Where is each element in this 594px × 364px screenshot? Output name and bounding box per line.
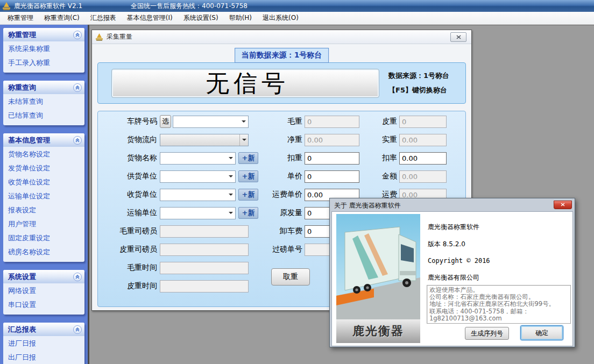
- menu-item-weigh-query[interactable]: 称重查询(C): [39, 11, 85, 25]
- chevron-down-icon[interactable]: [239, 116, 248, 127]
- ok-button[interactable]: 确定: [520, 325, 563, 340]
- form-row-net-weight: 净重: [257, 133, 364, 146]
- menu-item-basic-info[interactable]: 基本信息管理(I): [122, 11, 178, 25]
- sidebar-item-serial-setting[interactable]: 串口设置: [3, 298, 84, 312]
- collapse-chevron-icon[interactable]: [73, 325, 82, 334]
- add-new-goods-button[interactable]: +新: [238, 152, 258, 164]
- form-row-tare-time: 皮重时间: [101, 280, 258, 292]
- net-weight-field[interactable]: [305, 134, 359, 146]
- sidebar-item-unsettled-query[interactable]: 未结算查询: [3, 95, 84, 109]
- form-row-plate-number: 车牌号码 选: [101, 115, 258, 128]
- group-title: 系统设置: [8, 272, 36, 282]
- sidebar-item-scale-house-setting[interactable]: 磅房名称设定: [3, 245, 84, 259]
- field-label: 毛重: [257, 117, 302, 126]
- menu-item-summary-report[interactable]: 汇总报表: [85, 11, 122, 25]
- switch-scale-hint: 【F5】键切换称台: [388, 83, 449, 97]
- weight-display-panel: 无信号 数据来源：1号称台 【F5】键切换称台: [97, 62, 466, 104]
- data-source-banner: 当前数据来源：1号称台: [235, 48, 329, 63]
- field-label: 货物流向: [101, 135, 157, 145]
- sidebar-item-outbound-daily-report[interactable]: 出厂日报: [3, 351, 84, 364]
- chevron-down-icon[interactable]: [239, 134, 248, 146]
- sidebar-group-basic-info: 基本信息管理 货物名称设定 发货单位设定 收货单位设定 运输单位设定 报表设定 …: [3, 133, 84, 262]
- sidebar-item-transport-unit-setting[interactable]: 运输单位设定: [3, 189, 84, 203]
- field-label: 皮重司磅员: [101, 245, 157, 254]
- transport-unit-combo[interactable]: [160, 207, 236, 219]
- collapse-chevron-icon[interactable]: [73, 136, 82, 145]
- chevron-down-icon[interactable]: [227, 189, 235, 201]
- actual-weight-field[interactable]: [399, 134, 447, 146]
- plate-number-combo[interactable]: [173, 116, 249, 128]
- sidebar-item-sender-unit-setting[interactable]: 发货单位设定: [3, 161, 84, 175]
- about-version: 版本 8.5.2.0: [428, 240, 465, 249]
- take-weight-button[interactable]: 取重: [271, 268, 310, 286]
- group-items: 进厂日报 出厂日报: [3, 336, 84, 364]
- chevron-down-icon[interactable]: [227, 208, 235, 219]
- sidebar-group-header[interactable]: 汇总报表: [3, 323, 84, 336]
- goods-name-combo[interactable]: [160, 152, 236, 165]
- collapse-chevron-icon[interactable]: [73, 273, 82, 281]
- collapse-chevron-icon[interactable]: [73, 83, 82, 92]
- sidebar-item-manual-entry-weigh[interactable]: 手工录入称重: [3, 56, 84, 70]
- sidebar: 称重管理 系统采集称重 手工录入称重 称重查询 未结算查询 已结算查询 基本信息…: [0, 25, 88, 364]
- capture-window-titlebar[interactable]: 采集重量: [92, 30, 471, 44]
- form-row-amount: 金额: [352, 170, 454, 183]
- menu-item-system-setting[interactable]: 系统设置(S): [178, 11, 224, 25]
- receiver-unit-combo[interactable]: [160, 189, 236, 201]
- form-column-left: 车牌号码 选 货物流向 货物名称 +新 供货单位: [101, 115, 258, 298]
- sidebar-group-header[interactable]: 称重查询: [3, 81, 84, 94]
- form-row-tare-weight: 皮重: [352, 115, 454, 128]
- close-icon[interactable]: [450, 32, 466, 42]
- info-line: 联系电话：400-071-5758，邮箱：: [429, 308, 568, 315]
- chevron-down-icon[interactable]: [227, 171, 235, 182]
- about-copyright: Copyright © 2016: [428, 257, 490, 265]
- tare-operator-field[interactable]: [160, 244, 249, 256]
- menu-item-help[interactable]: 帮助(H): [224, 11, 257, 25]
- sidebar-item-goods-name-setting[interactable]: 货物名称设定: [3, 147, 84, 161]
- about-dialog-titlebar[interactable]: 关于 鹿光衡器称重软件: [331, 200, 573, 211]
- goods-flow-dropdown[interactable]: [160, 134, 249, 146]
- about-dialog: 关于 鹿光衡器称重软件: [329, 198, 575, 347]
- unit-price-field[interactable]: [305, 170, 359, 183]
- sidebar-item-settled-query[interactable]: 已结算查询: [3, 109, 84, 123]
- app-logo-icon: [2, 2, 11, 10]
- capture-window-title: 采集重量: [107, 32, 132, 41]
- select-plate-button[interactable]: 选: [160, 115, 171, 128]
- sidebar-group-weigh-query: 称重查询 未结算查询 已结算查询: [3, 81, 84, 125]
- amount-field[interactable]: [399, 170, 447, 183]
- sidebar-group-header[interactable]: 称重管理: [3, 28, 84, 41]
- deduct-rate-field[interactable]: [399, 152, 447, 165]
- sidebar-item-network-setting[interactable]: 网络设置: [3, 284, 84, 298]
- field-label: 车牌号码: [101, 117, 157, 126]
- form-row-receiver-unit: 收货单位 +新: [101, 188, 258, 201]
- sidebar-group-header[interactable]: 基本信息管理: [3, 133, 84, 147]
- field-label: 卸车费: [257, 226, 302, 236]
- sidebar-item-fixed-tare-setting[interactable]: 固定皮重设定: [3, 231, 84, 245]
- chevron-down-icon[interactable]: [227, 153, 235, 164]
- gross-operator-field[interactable]: [160, 225, 249, 238]
- add-new-supplier-button[interactable]: +新: [238, 170, 258, 182]
- add-new-transport-button[interactable]: +新: [238, 207, 258, 219]
- sidebar-group-header[interactable]: 系统设置: [3, 270, 84, 283]
- menu-item-exit[interactable]: 退出系统(O): [257, 11, 304, 25]
- sidebar-item-inbound-daily-report[interactable]: 进厂日报: [3, 337, 84, 351]
- field-label: 实重: [352, 135, 397, 145]
- tare-time-field[interactable]: [160, 280, 249, 292]
- group-title: 称重管理: [8, 30, 36, 40]
- sidebar-item-receiver-unit-setting[interactable]: 收货单位设定: [3, 175, 84, 189]
- app-logo-icon: [95, 33, 103, 41]
- gross-weight-field[interactable]: [305, 116, 359, 128]
- sidebar-item-report-setting[interactable]: 报表设定: [3, 203, 84, 217]
- deduct-weight-field[interactable]: [305, 152, 359, 165]
- supplier-unit-combo[interactable]: [160, 170, 236, 183]
- collapse-chevron-icon[interactable]: [73, 31, 82, 39]
- sidebar-group-weigh-manage: 称重管理 系统采集称重 手工录入称重: [3, 28, 84, 73]
- field-label: 金额: [352, 172, 397, 181]
- sidebar-item-user-manage[interactable]: 用户管理: [3, 217, 84, 231]
- gross-time-field[interactable]: [160, 262, 249, 274]
- menu-item-weigh-manage[interactable]: 称重管理: [2, 11, 39, 25]
- sidebar-item-system-collect-weigh[interactable]: 系统采集称重: [3, 42, 84, 56]
- add-new-receiver-button[interactable]: +新: [238, 189, 258, 201]
- close-icon[interactable]: [554, 201, 572, 209]
- generate-serial-button[interactable]: 生成序列号: [465, 327, 509, 340]
- tare-weight-field[interactable]: [399, 116, 447, 128]
